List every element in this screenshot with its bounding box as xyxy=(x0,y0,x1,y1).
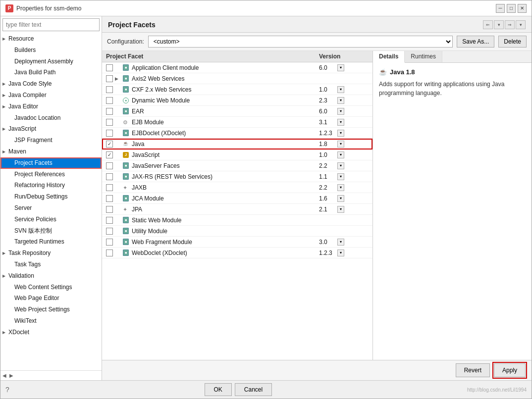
scroll-right-icon[interactable]: ▶ xyxy=(9,373,13,378)
version-dropdown-button[interactable]: ▾ xyxy=(337,173,344,180)
version-dropdown-button[interactable]: ▾ xyxy=(337,239,344,246)
version-dropdown-button[interactable]: ▾ xyxy=(337,249,344,256)
version-dropdown-button[interactable]: ▾ xyxy=(337,130,344,137)
close-button[interactable]: ✕ xyxy=(518,4,527,13)
table-row[interactable]: ■EJBDoclet (XDoclet)1.2.3▾ xyxy=(102,128,372,139)
sidebar-item-xdoclet[interactable]: ▶XDoclet xyxy=(0,327,102,338)
table-row[interactable]: ✦JAXB2.2▾ xyxy=(102,182,372,193)
cancel-button[interactable]: Cancel xyxy=(235,383,272,396)
sidebar-item-task-tags[interactable]: Task Tags xyxy=(0,259,102,270)
sidebar-item-java-compiler[interactable]: ▶Java Compiler xyxy=(0,90,102,101)
version-dropdown-button[interactable]: ▾ xyxy=(337,151,344,158)
help-icon[interactable]: ? xyxy=(5,386,9,394)
filter-input[interactable] xyxy=(2,18,100,31)
table-row[interactable]: ■WebDoclet (XDoclet)1.2.3▾ xyxy=(102,248,372,258)
table-row[interactable]: ■CXF 2.x Web Services1.0▾ xyxy=(102,84,372,95)
sidebar-item-java-build-path[interactable]: Java Build Path xyxy=(0,67,102,78)
facet-checkbox[interactable] xyxy=(106,195,113,202)
sidebar-item-task-repository[interactable]: ▶Task Repository xyxy=(0,248,102,259)
facet-checkbox[interactable] xyxy=(106,173,113,180)
sidebar-item-server[interactable]: Server xyxy=(0,202,102,214)
table-row[interactable]: ✦JPA2.1▾ xyxy=(102,204,372,215)
minimize-button[interactable]: ─ xyxy=(496,4,505,13)
table-row[interactable]: ■Utility Module xyxy=(102,226,372,237)
sidebar-item-wikitext[interactable]: WikiText xyxy=(0,315,102,327)
table-row[interactable]: ■Application Client module6.0▾ xyxy=(102,62,372,73)
sidebar-item-maven[interactable]: ▶Maven xyxy=(0,146,102,157)
version-dropdown-button[interactable]: ▾ xyxy=(337,141,344,148)
facet-checkbox[interactable]: ✓ xyxy=(106,151,113,158)
config-select[interactable]: <custom> xyxy=(148,36,453,48)
facet-checkbox[interactable] xyxy=(106,75,113,82)
sidebar-item-web-content-settings[interactable]: Web Content Settings xyxy=(0,282,102,293)
nav-back-button[interactable]: ⇐ xyxy=(483,20,493,29)
facet-checkbox[interactable] xyxy=(106,162,113,169)
table-row[interactable]: ■Web Fragment Module3.0▾ xyxy=(102,237,372,248)
table-row[interactable]: ●Dynamic Web Module2.3▾ xyxy=(102,95,372,106)
facet-checkbox[interactable]: ✓ xyxy=(106,141,113,148)
sidebar-item-svn-版本控制[interactable]: SVN 版本控制 xyxy=(0,225,102,237)
sidebar-item-resource[interactable]: ▶Resource xyxy=(0,33,102,45)
sidebar-item-project-references[interactable]: Project References xyxy=(0,169,102,180)
version-dropdown-button[interactable]: ▾ xyxy=(337,97,344,104)
version-dropdown-button[interactable]: ▾ xyxy=(337,195,344,202)
facet-checkbox[interactable] xyxy=(106,206,113,213)
sidebar-item-java-editor[interactable]: ▶Java Editor xyxy=(0,101,102,112)
version-dropdown-button[interactable]: ▾ xyxy=(337,108,344,115)
facet-checkbox[interactable] xyxy=(106,97,113,104)
nav-forward-dropdown-button[interactable]: ▾ xyxy=(516,20,526,29)
sidebar-item-jsp-fragment[interactable]: JSP Fragment xyxy=(0,135,102,146)
sidebar-item-service-policies[interactable]: Service Policies xyxy=(0,214,102,225)
table-row[interactable]: ⚙EJB Module3.1▾ xyxy=(102,117,372,128)
version-dropdown-button[interactable]: ▾ xyxy=(337,119,344,126)
scroll-left-icon[interactable]: ◀ xyxy=(2,373,6,378)
delete-button[interactable]: Delete xyxy=(498,36,527,48)
sidebar-item-refactoring-history[interactable]: Refactoring History xyxy=(0,180,102,191)
facet-checkbox[interactable] xyxy=(106,130,113,137)
sidebar-item-run/debug-settings[interactable]: Run/Debug Settings xyxy=(0,191,102,202)
table-row[interactable]: ■Static Web Module xyxy=(102,215,372,226)
sidebar-item-javadoc-location[interactable]: Javadoc Location xyxy=(0,112,102,124)
detail-tab-runtimes[interactable]: Runtimes xyxy=(405,51,442,62)
maximize-button[interactable]: □ xyxy=(507,4,516,13)
facet-type-icon: ■ xyxy=(122,228,130,235)
detail-tab-details[interactable]: Details xyxy=(373,51,405,63)
table-row[interactable]: ■JAX-RS (REST Web Services)1.1▾ xyxy=(102,171,372,182)
sidebar-item-java-code-style[interactable]: ▶Java Code Style xyxy=(0,78,102,90)
facet-checkbox[interactable] xyxy=(106,119,113,126)
version-dropdown-button[interactable]: ▾ xyxy=(337,64,344,71)
table-row[interactable]: ■JavaServer Faces2.2▾ xyxy=(102,160,372,171)
nav-dropdown-button[interactable]: ▾ xyxy=(494,20,504,29)
apply-button[interactable]: Apply xyxy=(494,363,526,377)
facet-checkbox[interactable] xyxy=(106,249,113,256)
sidebar-item-deployment-assembly[interactable]: Deployment Assembly xyxy=(0,56,102,67)
facet-expand-icon[interactable]: ▶ xyxy=(115,76,121,81)
sidebar-item-targeted-runtimes[interactable]: Targeted Runtimes xyxy=(0,236,102,248)
ok-button[interactable]: OK xyxy=(205,383,232,396)
version-dropdown-button[interactable]: ▾ xyxy=(337,206,344,213)
sidebar-item-javascript[interactable]: ▶JavaScript xyxy=(0,123,102,135)
nav-forward-button[interactable]: ⇒ xyxy=(505,20,515,29)
facet-checkbox[interactable] xyxy=(106,228,113,235)
facet-checkbox[interactable] xyxy=(106,86,113,93)
table-row[interactable]: ✓☕Java1.8▾ xyxy=(102,139,372,150)
sidebar-item-builders[interactable]: Builders xyxy=(0,45,102,56)
facet-checkbox[interactable] xyxy=(106,239,113,246)
sidebar-item-validation[interactable]: ▶Validation xyxy=(0,270,102,282)
sidebar-item-web-page-editor[interactable]: Web Page Editor xyxy=(0,293,102,304)
table-row[interactable]: ✓JJavaScript1.0▾ xyxy=(102,150,372,160)
save-as-button[interactable]: Save As... xyxy=(457,36,494,48)
version-dropdown-button[interactable]: ▾ xyxy=(337,86,344,93)
sidebar-item-project-facets[interactable]: Project Facets xyxy=(0,157,102,169)
facet-checkbox[interactable] xyxy=(106,108,113,115)
revert-button[interactable]: Revert xyxy=(456,363,490,377)
table-row[interactable]: ■JCA Module1.6▾ xyxy=(102,193,372,204)
facet-checkbox[interactable] xyxy=(106,217,113,224)
table-row[interactable]: ▶■Axis2 Web Services xyxy=(102,73,372,84)
facet-checkbox[interactable] xyxy=(106,64,113,71)
version-dropdown-button[interactable]: ▾ xyxy=(337,162,344,169)
facet-checkbox[interactable] xyxy=(106,184,113,191)
sidebar-item-web-project-settings[interactable]: Web Project Settings xyxy=(0,304,102,315)
version-dropdown-button[interactable]: ▾ xyxy=(337,184,344,191)
table-row[interactable]: ■EAR6.0▾ xyxy=(102,106,372,117)
